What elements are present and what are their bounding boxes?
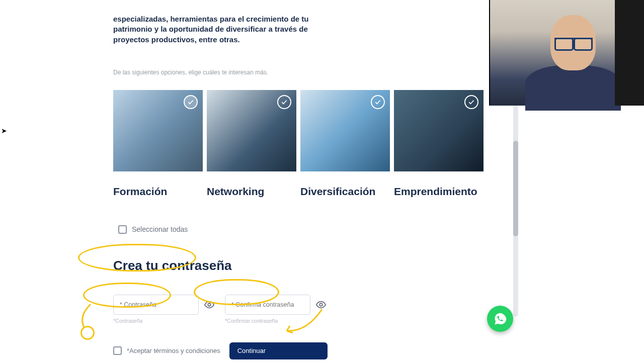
intro-line: patrimonio y la oportunidad de diversifi… [113,25,308,33]
password-input[interactable] [113,295,199,315]
svg-point-1 [319,303,323,306]
select-all-row[interactable]: Seleccionar todas [118,225,486,234]
card-label: Emprendimiento [394,186,484,198]
password-heading: Crea tu contraseña [113,258,232,274]
terms-checkbox[interactable] [113,346,122,355]
option-cards: Formación Networking Diversificación [113,90,486,198]
card-image [300,90,390,171]
eye-icon[interactable] [204,299,215,310]
whatsapp-icon [493,312,507,326]
continue-button[interactable]: Continuar [229,342,328,359]
form-page: especializadas, herramientas para el cre… [80,0,518,362]
annotation-arrow [75,302,96,332]
confirm-password-input[interactable] [225,295,310,315]
password-field-wrap: *Contraseña [113,295,215,315]
card-diversificacion[interactable]: Diversificación [300,90,390,198]
whatsapp-button[interactable] [487,306,513,332]
card-networking[interactable]: Networking [207,90,296,198]
terms-label: *Aceptar términos y condiciones [127,347,220,354]
intro-line: especializadas, herramientas para el cre… [113,15,309,23]
select-all-label: Seleccionar todas [132,225,188,233]
card-formacion[interactable]: Formación [113,90,203,198]
check-icon[interactable] [184,95,198,109]
intro-text: especializadas, herramientas para el cre… [113,14,486,45]
submit-row: *Aceptar términos y condiciones Continua… [113,342,486,359]
webcam-overlay [489,0,644,106]
password-row: *Contraseña *Confirmar contraseña [113,295,486,315]
scrollbar[interactable] [513,106,518,317]
annotation-circle [80,326,95,340]
card-image [207,90,296,171]
confirm-field-wrap: *Confirmar contraseña [225,295,327,315]
intro-line: proyectos productivos, entre otras. [113,35,240,44]
terms-row[interactable]: *Aceptar términos y condiciones [113,346,220,355]
select-all-checkbox[interactable] [118,225,127,234]
svg-point-0 [208,303,211,306]
card-emprendimiento[interactable]: Emprendimiento [394,90,484,198]
mouse-cursor: ➤ [1,127,7,135]
card-label: Networking [207,186,296,198]
password-hint: *Contraseña [113,318,142,324]
check-icon[interactable] [277,95,291,109]
check-icon[interactable] [464,95,478,109]
scroll-thumb[interactable] [513,141,518,236]
eye-icon[interactable] [315,299,327,310]
card-image [394,90,484,171]
card-label: Formación [113,186,203,198]
check-icon[interactable] [371,95,385,109]
instruction-text: De las siguientes opciones, elige cuáles… [113,69,486,76]
card-image [113,90,203,171]
confirm-hint: *Confirmar contraseña [225,318,278,324]
card-label: Diversificación [300,186,390,198]
